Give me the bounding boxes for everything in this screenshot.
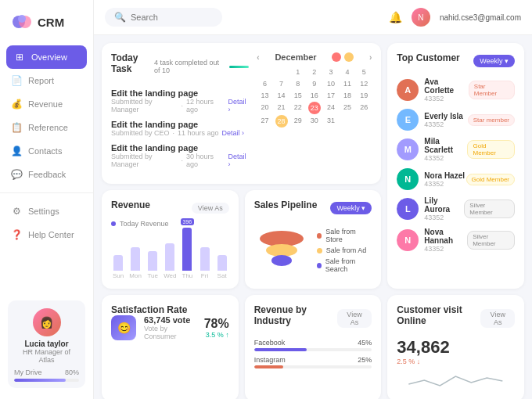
legend-item-store: Sale from Store (317, 228, 372, 243)
cal-dot-2 (344, 52, 354, 62)
customer-info-2: Mila Scarlett 43352 (424, 137, 467, 162)
profile-name: Lucia taylor (14, 340, 79, 348)
sidebar-nav: ⊞ Overview 📄 Report 💰 Revenue 📋 Referenc… (0, 45, 93, 293)
revenue-title: Revenue (111, 200, 150, 210)
drive-label: My Drive 80% (14, 368, 79, 376)
detail-link-1[interactable]: Detail › (228, 98, 249, 113)
bar-group-wed: Wed (163, 243, 177, 279)
bar-fri (200, 247, 210, 271)
bar-group-fri: Fri (197, 247, 211, 279)
sidebar-item-contacts[interactable]: 👤 Contacts (0, 139, 93, 163)
customer-visit-card: Customer visit Online View As 34,862 2.5… (387, 295, 524, 399)
customer-item-1: E Everly Isla 43352 Star member (397, 109, 515, 131)
customer-avatar-3: N (397, 168, 419, 190)
customer-avatar-4: L (397, 198, 419, 220)
detail-link-3[interactable]: Detail › (228, 153, 249, 168)
cal-dot-1 (332, 52, 341, 62)
bar-sun (113, 255, 123, 271)
sidebar-item-reference[interactable]: 📋 Reference (0, 116, 93, 139)
logo-text: CRM (38, 16, 64, 29)
satisfaction-title: Satisfaction Rate (111, 304, 187, 315)
sidebar-item-revenue[interactable]: 💰 Revenue (0, 92, 93, 116)
header: 🔍 🔔 N nahid.cse3@gmail.com (94, 0, 532, 35)
customer-item-3: N Nora Hazel 43352 Gold Member (397, 168, 515, 190)
customer-info-0: Ava Corlette 43352 (424, 77, 468, 102)
customer-left-1: E Everly Isla 43352 (397, 109, 462, 131)
profile-card: 👩 Lucia taylor HR Manager of Atlas My Dr… (8, 300, 85, 388)
funnel-chart (254, 223, 309, 278)
industry-item-instagram: Instagram 25% (254, 356, 372, 368)
sidebar-item-overview-label: Overview (31, 52, 67, 62)
help-icon: ❓ (11, 229, 22, 240)
sidebar-item-help[interactable]: ❓ Help Center (0, 223, 93, 246)
search-box[interactable]: 🔍 (105, 8, 222, 27)
legend-dot-search (317, 263, 322, 268)
sidebar-item-contacts-label: Contacts (28, 146, 62, 156)
sidebar-item-reference-label: Reference (28, 123, 68, 132)
customer-info-3: Nora Hazel 43352 (424, 171, 465, 188)
cal-prev[interactable]: ‹ (257, 53, 259, 62)
user-email: nahid.cse3@gmail.com (440, 13, 521, 22)
svg-point-2 (18, 15, 26, 23)
search-input[interactable] (131, 13, 217, 22)
visit-title: Customer visit Online (397, 304, 480, 326)
industry-bar-bg-facebook (254, 348, 372, 351)
task-header: Today Task 4 task completed out of 10 (111, 52, 249, 81)
sales-title: Sales Pipeline (254, 200, 318, 210)
detail-link-2[interactable]: Detail › (222, 129, 245, 137)
avatar: 👩 (33, 308, 61, 336)
customer-left-4: L Lily Aurora 43352 (397, 196, 464, 221)
report-icon: 📄 (11, 75, 22, 86)
bar-sat (217, 255, 227, 271)
industry-bar-bg-instagram (254, 365, 372, 368)
sidebar-item-settings-label: Settings (28, 207, 59, 216)
sales-weekly-button[interactable]: Weekly ▾ (330, 202, 372, 214)
industry-card: Revenue by Industry View As Facebook 45%… (245, 295, 382, 399)
customer-info-1: Everly Isla 43352 (424, 112, 462, 128)
task-item-1: Edit the landing page Submitted by Manag… (111, 88, 249, 113)
calendar-grid: 1 2 3 4 5 6 7 8 9 10 11 12 13 14 15 16 1 (257, 66, 372, 128)
satisfaction-stats: 63,745 vote Vote by Consumer (144, 315, 196, 340)
header-right: 🔔 N nahid.cse3@gmail.com (389, 8, 521, 27)
overview-icon: ⊞ (14, 52, 25, 63)
funnel-legend: Sale from Store Sale from Ad Sale from S… (317, 228, 372, 273)
customer-item-2: M Mila Scarlett 43352 Gold Member (397, 137, 515, 162)
customer-badge-4: Silver Member (464, 200, 515, 218)
notification-icon[interactable]: 🔔 (389, 11, 402, 23)
content-grid: Today Task 4 task completed out of 10 Ed… (94, 35, 532, 399)
customer-info-4: Lily Aurora 43352 (424, 196, 464, 221)
customer-left-5: N Nova Hannah 43352 (397, 228, 467, 253)
sidebar-item-settings[interactable]: ⚙ Settings (0, 200, 93, 223)
logo: CRM (0, 11, 93, 45)
sidebar-item-report[interactable]: 📄 Report (0, 69, 93, 92)
profile-role: HR Manager of Atlas (14, 348, 79, 364)
svg-point-4 (266, 244, 297, 257)
user-avatar: N (412, 8, 430, 27)
visit-view-as-button[interactable]: View As (480, 309, 515, 328)
cal-next[interactable]: › (369, 53, 372, 62)
weekly-button[interactable]: Weekly ▾ (473, 55, 515, 67)
funnel-container: Sale from Store Sale from Ad Sale from S… (254, 223, 372, 278)
industry-header: Revenue by Industry View As (254, 304, 372, 332)
sidebar-item-feedback[interactable]: 💬 Feedback (0, 163, 93, 186)
sidebar-item-overview[interactable]: ⊞ Overview (6, 45, 87, 69)
bar-group-sun: Sun (111, 255, 125, 279)
main-content: 🔍 🔔 N nahid.cse3@gmail.com Today Task 4 … (94, 0, 532, 399)
legend-item-search: Sale from Search (317, 257, 372, 273)
bar-value-tag: 396 (181, 218, 195, 225)
bar-mon (131, 247, 140, 271)
profile-section: 👩 Lucia taylor HR Manager of Atlas My Dr… (0, 293, 93, 388)
task-calendar: ‹ December › 1 2 3 4 5 6 (257, 52, 372, 174)
industry-view-as-button[interactable]: View As (337, 309, 372, 328)
customer-badge-3: Gold Member (466, 174, 515, 185)
sidebar: CRM ⊞ Overview 📄 Report 💰 Revenue 📋 Refe… (0, 0, 94, 399)
drive-progress-bar (14, 379, 79, 382)
customer-avatar-0: A (397, 79, 419, 101)
revenue-legend: Today Revenue (111, 220, 229, 228)
customer-badge-5: Silver Member (467, 231, 515, 250)
bar-thu (182, 228, 192, 271)
satisfaction-card: Satisfaction Rate 😊 63,745 vote Vote by … (102, 295, 239, 399)
revenue-nav-icon: 💰 (11, 99, 22, 110)
revenue-view-as-button[interactable]: View As (192, 203, 229, 214)
industry-bar-instagram (254, 365, 284, 368)
